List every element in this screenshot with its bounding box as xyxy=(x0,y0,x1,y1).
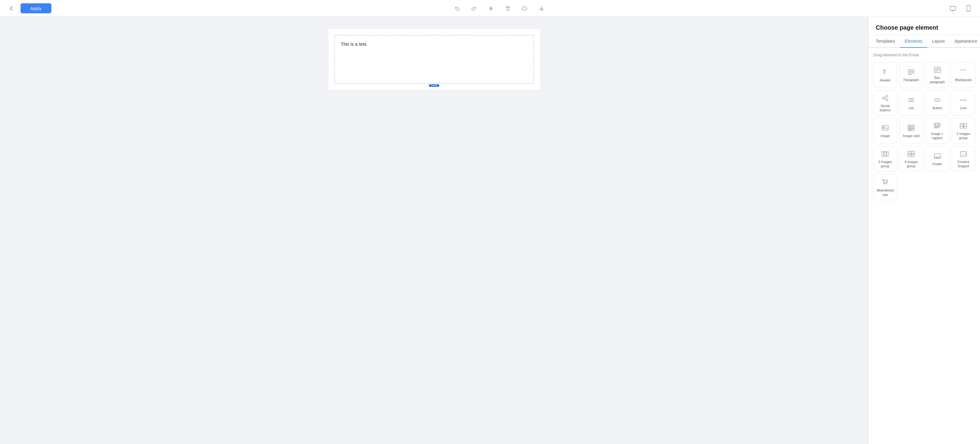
svg-line-18 xyxy=(884,99,886,99)
element-4-images-group[interactable]: 4 images group xyxy=(899,146,923,172)
element-image-label: Image xyxy=(881,134,890,138)
svg-point-43 xyxy=(961,125,962,126)
svg-point-57 xyxy=(908,155,909,155)
trash-button[interactable] xyxy=(503,3,513,14)
svg-rect-46 xyxy=(884,152,886,157)
svg-point-49 xyxy=(885,152,885,153)
element-list-label: List xyxy=(909,106,914,110)
social-icon xyxy=(881,95,889,101)
element-2-images-group-label: 2 images group xyxy=(955,132,972,141)
element-social-buttons[interactable]: Social buttons xyxy=(873,90,897,116)
toolbar-left: Apply xyxy=(6,3,51,14)
list-icon xyxy=(907,97,915,104)
element-button[interactable]: Button xyxy=(926,90,949,116)
export-button[interactable] xyxy=(536,3,547,14)
tab-templates[interactable]: Templates xyxy=(871,35,900,48)
element-2-images-group[interactable]: 2 images group xyxy=(951,118,975,144)
svg-point-65 xyxy=(886,183,887,184)
element-paragraph-label: Paragraph xyxy=(904,78,919,82)
lightning-button[interactable] xyxy=(485,3,496,14)
back-button[interactable] xyxy=(6,3,17,14)
panel-title: Choose page element xyxy=(869,17,980,35)
element-image-caption-label: Image + caption xyxy=(928,132,947,141)
element-header[interactable]: T Header xyxy=(873,62,897,88)
tab-elements[interactable]: Elements xyxy=(900,35,927,48)
svg-text:{:s}: {:s} xyxy=(961,153,967,156)
svg-point-50 xyxy=(888,152,888,153)
element-list[interactable]: List xyxy=(899,90,923,116)
elements-grid: T Header Paragraph xyxy=(873,62,975,200)
element-abandoned-cart-label: Abandoned cart xyxy=(876,188,894,197)
element-image[interactable]: Image xyxy=(873,118,897,144)
undo-button[interactable] xyxy=(452,3,463,14)
desktop-view-button[interactable] xyxy=(947,3,958,14)
toolbar-right xyxy=(947,3,974,14)
element-3-images-group[interactable]: 3 images group xyxy=(873,146,897,172)
svg-point-58 xyxy=(912,155,913,155)
svg-rect-0 xyxy=(950,6,956,10)
element-image-caption[interactable]: Image + caption xyxy=(926,118,949,144)
handle-dot-3 xyxy=(436,85,437,86)
cloud-button[interactable] xyxy=(519,3,530,14)
button-icon xyxy=(934,97,941,104)
element-social-buttons-label: Social buttons xyxy=(876,104,894,112)
redo-button[interactable] xyxy=(469,3,479,14)
snippet-icon: {:s} xyxy=(960,151,967,157)
image-card-icon xyxy=(907,125,915,131)
svg-rect-47 xyxy=(887,152,889,157)
toolbar: Apply xyxy=(0,0,980,17)
drag-hint: Drag element to the Email xyxy=(873,53,975,57)
block-handle[interactable] xyxy=(429,85,439,87)
svg-point-44 xyxy=(964,125,965,126)
main-area: This is a test. Choose page element Temp… xyxy=(0,17,980,444)
svg-text:": " xyxy=(960,69,963,75)
element-paragraph[interactable]: Paragraph xyxy=(899,62,923,88)
block-text: This is a test. xyxy=(341,42,368,46)
tab-layout[interactable]: Layout xyxy=(927,35,950,48)
element-line[interactable]: Line xyxy=(951,90,975,116)
svg-point-48 xyxy=(883,152,883,153)
image-caption-icon xyxy=(934,123,941,129)
toolbar-center xyxy=(51,3,947,14)
apply-button[interactable]: Apply xyxy=(21,3,51,13)
paragraph-icon xyxy=(907,69,915,75)
right-panel: Choose page element Templates Elements L… xyxy=(868,17,980,444)
email-canvas: This is a test. xyxy=(328,29,540,89)
svg-point-19 xyxy=(908,98,909,99)
handle-dot-1 xyxy=(431,85,433,86)
footer-icon xyxy=(934,153,941,160)
svg-line-17 xyxy=(884,96,886,97)
mobile-view-button[interactable] xyxy=(963,3,974,14)
panel-content: Drag element to the Email T Header xyxy=(869,48,980,444)
element-footer[interactable]: Footer xyxy=(926,146,949,172)
svg-point-56 xyxy=(912,152,913,152)
canvas-area: This is a test. xyxy=(0,17,868,444)
svg-rect-42 xyxy=(964,123,967,128)
email-block[interactable]: This is a test. xyxy=(334,35,534,83)
tab-appearance[interactable]: Appearance xyxy=(950,35,980,48)
element-abandoned-cart[interactable]: Abandoned cart xyxy=(873,174,897,200)
element-footer-label: Footer xyxy=(932,162,942,166)
svg-point-2 xyxy=(968,10,969,11)
element-content-snippet[interactable]: {:s} Content Snippet xyxy=(951,146,975,172)
svg-rect-54 xyxy=(912,154,915,157)
svg-rect-34 xyxy=(934,123,939,126)
handle-dot-2 xyxy=(434,85,435,86)
svg-rect-53 xyxy=(908,154,911,157)
blockquote-icon: " " xyxy=(960,69,967,75)
element-box-paragraph-label: Box paragraph xyxy=(928,76,947,85)
header-icon: T xyxy=(881,69,889,76)
image-icon xyxy=(881,125,889,131)
cart-icon xyxy=(881,179,889,186)
box-paragraph-icon xyxy=(934,67,941,73)
svg-text:": " xyxy=(963,69,966,75)
element-content-snippet-label: Content Snippet xyxy=(955,160,972,168)
element-box-paragraph[interactable]: Box paragraph xyxy=(926,62,949,88)
element-header-label: Header xyxy=(880,78,891,82)
svg-point-35 xyxy=(935,124,936,125)
element-image-card-label: Image card xyxy=(903,134,920,138)
element-blockquote[interactable]: " " Blockquote xyxy=(951,62,975,88)
element-image-card[interactable]: Image card xyxy=(899,118,923,144)
svg-point-23 xyxy=(908,101,909,102)
svg-rect-52 xyxy=(912,151,915,153)
